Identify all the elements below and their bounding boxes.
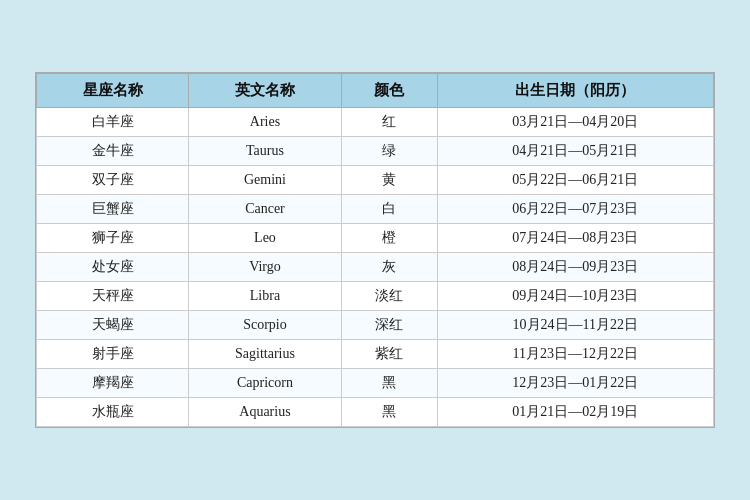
cell-color: 黑 [341, 369, 437, 398]
cell-chinese-name: 天秤座 [37, 282, 189, 311]
cell-dates: 01月21日—02月19日 [437, 398, 713, 427]
header-english-name: 英文名称 [189, 74, 341, 108]
cell-english-name: Taurus [189, 137, 341, 166]
table-row: 天蝎座Scorpio深红10月24日—11月22日 [37, 311, 714, 340]
cell-chinese-name: 金牛座 [37, 137, 189, 166]
cell-english-name: Scorpio [189, 311, 341, 340]
cell-dates: 03月21日—04月20日 [437, 108, 713, 137]
cell-english-name: Capricorn [189, 369, 341, 398]
table-row: 水瓶座Aquarius黑01月21日—02月19日 [37, 398, 714, 427]
cell-chinese-name: 水瓶座 [37, 398, 189, 427]
table-row: 狮子座Leo橙07月24日—08月23日 [37, 224, 714, 253]
header-dates: 出生日期（阳历） [437, 74, 713, 108]
cell-dates: 11月23日—12月22日 [437, 340, 713, 369]
cell-dates: 12月23日—01月22日 [437, 369, 713, 398]
cell-dates: 07月24日—08月23日 [437, 224, 713, 253]
cell-chinese-name: 摩羯座 [37, 369, 189, 398]
cell-chinese-name: 双子座 [37, 166, 189, 195]
cell-dates: 06月22日—07月23日 [437, 195, 713, 224]
table-row: 处女座Virgo灰08月24日—09月23日 [37, 253, 714, 282]
table-row: 天秤座Libra淡红09月24日—10月23日 [37, 282, 714, 311]
cell-dates: 10月24日—11月22日 [437, 311, 713, 340]
cell-chinese-name: 巨蟹座 [37, 195, 189, 224]
header-color: 颜色 [341, 74, 437, 108]
table-body: 白羊座Aries红03月21日—04月20日金牛座Taurus绿04月21日—0… [37, 108, 714, 427]
table-row: 金牛座Taurus绿04月21日—05月21日 [37, 137, 714, 166]
table-row: 摩羯座Capricorn黑12月23日—01月22日 [37, 369, 714, 398]
cell-color: 紫红 [341, 340, 437, 369]
cell-english-name: Libra [189, 282, 341, 311]
cell-color: 橙 [341, 224, 437, 253]
cell-color: 黑 [341, 398, 437, 427]
cell-chinese-name: 狮子座 [37, 224, 189, 253]
cell-color: 淡红 [341, 282, 437, 311]
table-row: 巨蟹座Cancer白06月22日—07月23日 [37, 195, 714, 224]
cell-color: 灰 [341, 253, 437, 282]
table-header-row: 星座名称 英文名称 颜色 出生日期（阳历） [37, 74, 714, 108]
cell-color: 绿 [341, 137, 437, 166]
cell-chinese-name: 白羊座 [37, 108, 189, 137]
zodiac-table: 星座名称 英文名称 颜色 出生日期（阳历） 白羊座Aries红03月21日—04… [36, 73, 714, 427]
cell-english-name: Virgo [189, 253, 341, 282]
table-row: 射手座Sagittarius紫红11月23日—12月22日 [37, 340, 714, 369]
cell-dates: 04月21日—05月21日 [437, 137, 713, 166]
cell-color: 黄 [341, 166, 437, 195]
cell-english-name: Aquarius [189, 398, 341, 427]
zodiac-table-container: 星座名称 英文名称 颜色 出生日期（阳历） 白羊座Aries红03月21日—04… [35, 72, 715, 428]
cell-english-name: Cancer [189, 195, 341, 224]
cell-color: 白 [341, 195, 437, 224]
cell-dates: 05月22日—06月21日 [437, 166, 713, 195]
cell-chinese-name: 天蝎座 [37, 311, 189, 340]
cell-english-name: Sagittarius [189, 340, 341, 369]
cell-chinese-name: 射手座 [37, 340, 189, 369]
cell-english-name: Gemini [189, 166, 341, 195]
table-row: 双子座Gemini黄05月22日—06月21日 [37, 166, 714, 195]
cell-chinese-name: 处女座 [37, 253, 189, 282]
table-row: 白羊座Aries红03月21日—04月20日 [37, 108, 714, 137]
cell-dates: 09月24日—10月23日 [437, 282, 713, 311]
cell-english-name: Aries [189, 108, 341, 137]
cell-color: 红 [341, 108, 437, 137]
cell-color: 深红 [341, 311, 437, 340]
header-chinese-name: 星座名称 [37, 74, 189, 108]
cell-dates: 08月24日—09月23日 [437, 253, 713, 282]
cell-english-name: Leo [189, 224, 341, 253]
